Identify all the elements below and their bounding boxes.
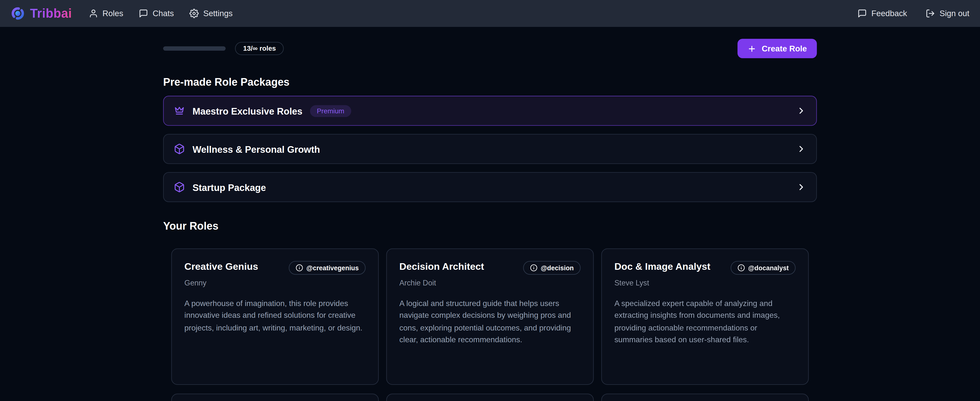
top-navbar: Tribbai Roles Chats Settings xyxy=(0,0,980,27)
sign-out-button[interactable]: Sign out xyxy=(926,9,969,18)
nav-label: Feedback xyxy=(872,9,907,18)
chat-bubble-icon xyxy=(858,9,867,18)
role-handle: @creativegenius xyxy=(306,265,359,271)
package-list: Maestro Exclusive Roles Premium Wellness… xyxy=(163,96,817,202)
role-card-header: Creative Genius @creativegenius xyxy=(185,261,366,275)
premium-badge: Premium xyxy=(310,105,352,117)
role-card-subtitle: Genny xyxy=(185,278,366,287)
role-card-title: Decision Architect xyxy=(399,261,484,273)
chevron-right-icon xyxy=(796,144,806,154)
partial-role-card[interactable] xyxy=(601,394,809,401)
package-title: Maestro Exclusive Roles xyxy=(192,105,302,116)
nav-item-settings[interactable]: Settings xyxy=(189,9,232,18)
chevron-right-icon xyxy=(796,182,806,192)
brand-name: Tribbai xyxy=(30,6,72,21)
plus-icon xyxy=(747,44,756,53)
info-icon xyxy=(530,264,538,272)
main-content: 13/∞ roles Create Role Pre-made Role Pac… xyxy=(163,39,817,401)
role-card-subtitle: Archie Doit xyxy=(399,278,581,287)
gear-icon xyxy=(189,9,199,18)
nav-label: Sign out xyxy=(940,9,969,18)
role-card-grid: Creative Genius @creativegenius Genny A … xyxy=(163,248,817,385)
role-card-description: A powerhouse of imagination, this role p… xyxy=(185,298,366,334)
feedback-button[interactable]: Feedback xyxy=(858,9,907,18)
info-icon xyxy=(296,264,304,272)
chat-bubble-icon xyxy=(139,9,148,18)
package-title: Wellness & Personal Growth xyxy=(192,144,320,154)
role-handle: @docanalyst xyxy=(748,265,789,271)
role-card-grid-partial xyxy=(163,394,817,401)
nav-label: Roles xyxy=(102,9,123,18)
create-role-button[interactable]: Create Role xyxy=(737,39,817,58)
role-card-title: Creative Genius xyxy=(185,261,258,273)
role-card-subtitle: Steve Lyst xyxy=(614,278,795,287)
partial-role-card[interactable] xyxy=(386,394,594,401)
sign-out-icon xyxy=(926,9,935,18)
role-card-title: Doc & Image Analyst xyxy=(614,261,711,273)
nav-label: Settings xyxy=(203,9,232,18)
crown-icon xyxy=(174,105,185,116)
role-card-header: Decision Architect @decision xyxy=(399,261,581,275)
role-card-description: A specialized expert capable of analyzin… xyxy=(614,298,795,347)
roles-count-badge: 13/∞ roles xyxy=(235,42,284,55)
role-handle-badge[interactable]: @docanalyst xyxy=(730,261,795,275)
role-card[interactable]: Decision Architect @decision Archie Doit… xyxy=(386,248,594,385)
role-card-description: A logical and structured guide that help… xyxy=(399,298,581,347)
brand-logo[interactable]: Tribbai xyxy=(11,6,72,21)
package-title: Startup Package xyxy=(192,182,266,192)
package-icon xyxy=(174,143,185,155)
package-icon xyxy=(174,181,185,193)
app-root: Tribbai Roles Chats Settings xyxy=(0,0,980,401)
roles-toolbar: 13/∞ roles Create Role xyxy=(163,39,817,58)
package-row[interactable]: Maestro Exclusive Roles Premium xyxy=(163,96,817,126)
role-card[interactable]: Doc & Image Analyst @docanalyst Steve Ly… xyxy=(601,248,809,385)
package-row[interactable]: Wellness & Personal Growth xyxy=(163,134,817,164)
your-roles-heading: Your Roles xyxy=(163,221,817,232)
partial-role-card[interactable] xyxy=(171,394,379,401)
nav-right: Feedback Sign out xyxy=(858,9,969,18)
package-row[interactable]: Startup Package xyxy=(163,172,817,202)
nav-label: Chats xyxy=(153,9,174,18)
packages-heading: Pre-made Role Packages xyxy=(163,77,817,88)
nav-item-chats[interactable]: Chats xyxy=(139,9,174,18)
role-card-header: Doc & Image Analyst @docanalyst xyxy=(614,261,795,275)
roles-progress-bar xyxy=(163,46,226,51)
info-icon xyxy=(737,264,745,272)
role-handle: @decision xyxy=(541,265,574,271)
nav-item-roles[interactable]: Roles xyxy=(89,9,123,18)
role-handle-badge[interactable]: @creativegenius xyxy=(289,261,366,275)
chevron-right-icon xyxy=(796,106,806,116)
role-card[interactable]: Creative Genius @creativegenius Genny A … xyxy=(171,248,379,385)
user-icon xyxy=(89,9,98,18)
role-handle-badge[interactable]: @decision xyxy=(523,261,581,275)
create-role-label: Create Role xyxy=(762,44,807,53)
tribbai-logo-icon xyxy=(11,6,25,21)
main-nav: Roles Chats Settings xyxy=(89,9,232,18)
